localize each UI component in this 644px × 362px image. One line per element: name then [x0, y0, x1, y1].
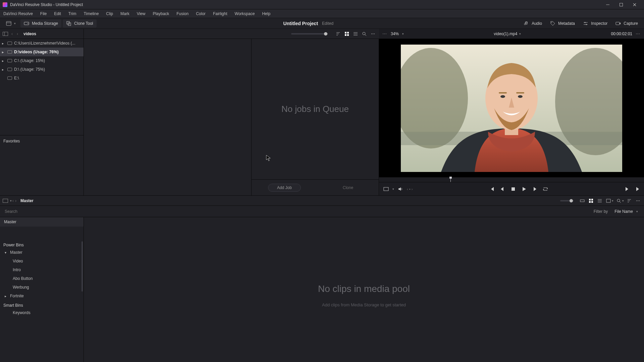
- panel-toggle-icon[interactable]: [3, 199, 8, 203]
- power-bins-header[interactable]: Power Bins: [0, 240, 84, 248]
- minimize-button[interactable]: [601, 1, 614, 8]
- search-input[interactable]: [3, 207, 590, 216]
- mark-out-icon[interactable]: [634, 186, 640, 192]
- svg-rect-39: [512, 187, 515, 191]
- clone-tool-toggle[interactable]: Clone Tool: [63, 19, 96, 27]
- playhead-icon[interactable]: [450, 177, 451, 182]
- menu-fusion[interactable]: Fusion: [173, 10, 192, 17]
- svg-point-34: [500, 95, 505, 98]
- viewer-options-icon[interactable]: ⋯: [382, 31, 387, 36]
- menu-view[interactable]: View: [133, 10, 149, 17]
- list-view-icon[interactable]: [352, 31, 359, 37]
- thumb-size-slider[interactable]: [291, 33, 328, 35]
- last-frame-icon[interactable]: [625, 186, 631, 192]
- storage-item-label: D:\ (Usage: 75%): [14, 67, 45, 72]
- prev-frame-icon[interactable]: [499, 186, 505, 192]
- clone-button[interactable]: Clone: [334, 184, 362, 192]
- bin-item[interactable]: Intro: [0, 265, 84, 274]
- scrollbar[interactable]: [82, 241, 83, 292]
- smart-bins-header[interactable]: Smart Bins: [0, 300, 84, 308]
- grid-view-icon[interactable]: [588, 197, 594, 204]
- storage-item[interactable]: ▸C:\ (Usage: 15%): [0, 56, 84, 65]
- play-icon[interactable]: [521, 186, 527, 192]
- storage-item[interactable]: ▸C:\Users\Lizenznehmer\Videos (...: [0, 39, 84, 48]
- more-icon[interactable]: [635, 197, 641, 204]
- svg-point-49: [617, 199, 620, 202]
- storage-item[interactable]: ▸D:\ (Usage: 75%): [0, 65, 84, 74]
- audio-toggle[interactable]: Audio: [520, 19, 545, 27]
- chevron-down-icon[interactable]: ▾: [612, 199, 613, 202]
- chevron-down-icon[interactable]: ▾: [622, 199, 624, 202]
- search-icon[interactable]: [615, 197, 622, 204]
- add-job-button[interactable]: Add Job: [268, 184, 301, 192]
- chevron-down-icon[interactable]: ▾: [519, 32, 521, 36]
- menu-davinci[interactable]: DaVinci Resolve: [2, 10, 36, 17]
- menu-playback[interactable]: Playback: [149, 10, 172, 17]
- bin-item[interactable]: ▾Master: [0, 248, 84, 257]
- grid-view-icon[interactable]: [343, 31, 350, 37]
- stop-icon[interactable]: [510, 186, 516, 192]
- nav-fwd[interactable]: ›: [14, 198, 17, 203]
- frame-icon[interactable]: [605, 197, 612, 204]
- svg-rect-18: [345, 34, 346, 36]
- list-view-icon[interactable]: [596, 197, 603, 204]
- bin-item-label: Abo Button: [13, 276, 33, 281]
- bin-master[interactable]: Master: [0, 217, 84, 227]
- strip-view-icon[interactable]: [579, 197, 586, 204]
- svg-line-50: [620, 201, 621, 203]
- viewer-more-icon[interactable]: ⋯: [636, 31, 641, 36]
- storage-item[interactable]: ▸E:\: [0, 74, 84, 82]
- thumb-size-slider[interactable]: [560, 200, 574, 201]
- storage-item[interactable]: ▸D:\videos (Usage: 76%): [0, 48, 84, 56]
- menu-file[interactable]: File: [37, 10, 50, 17]
- zoom-value[interactable]: 34%: [391, 32, 399, 36]
- inspector-toggle[interactable]: Inspector: [580, 19, 611, 27]
- nav-back[interactable]: ‹: [12, 198, 14, 203]
- svg-rect-1: [620, 3, 623, 6]
- layout-dropdown[interactable]: ▾: [3, 19, 19, 27]
- nav-fwd[interactable]: ›: [16, 32, 19, 36]
- bin-item[interactable]: ▸Fortnite: [0, 292, 84, 300]
- menu-edit[interactable]: Edit: [51, 10, 64, 17]
- bin-item[interactable]: Abo Button: [0, 274, 84, 283]
- nav-back[interactable]: ‹: [11, 32, 13, 36]
- bin-item[interactable]: Werbung: [0, 283, 84, 292]
- first-frame-icon[interactable]: [489, 186, 495, 192]
- search-icon[interactable]: [361, 31, 368, 37]
- maximize-button[interactable]: [614, 1, 628, 8]
- metadata-label: Metadata: [558, 21, 575, 26]
- timecode[interactable]: 00:00:02:01: [611, 32, 632, 36]
- sort-icon[interactable]: [335, 31, 341, 37]
- bin-item-label: Intro: [13, 267, 21, 272]
- metadata-toggle[interactable]: Metadata: [547, 19, 578, 27]
- chevron-down-icon[interactable]: ▾: [392, 187, 394, 191]
- bin-item[interactable]: Keywords: [0, 308, 84, 317]
- menu-mark[interactable]: Mark: [117, 10, 133, 17]
- close-button[interactable]: [628, 1, 641, 8]
- volume-icon[interactable]: [397, 186, 404, 192]
- menu-fairlight[interactable]: Fairlight: [210, 10, 231, 17]
- sort-settings-icon[interactable]: [626, 197, 633, 204]
- media-pool-canvas[interactable]: No clips in media pool Add clips from Me…: [84, 217, 644, 362]
- caret-icon: ▸: [5, 294, 8, 298]
- panel-toggle-icon[interactable]: [3, 32, 8, 36]
- more-icon[interactable]: [370, 31, 376, 37]
- media-storage-label: Media Storage: [32, 21, 58, 26]
- capture-toggle[interactable]: Capture: [612, 19, 641, 27]
- menu-timeline[interactable]: Timeline: [80, 10, 102, 17]
- menu-trim[interactable]: Trim: [65, 10, 80, 17]
- viewer-timeline[interactable]: [379, 177, 644, 182]
- match-frame-icon[interactable]: [383, 186, 389, 192]
- next-frame-icon[interactable]: [532, 186, 538, 192]
- menu-help[interactable]: Help: [259, 10, 274, 17]
- menu-color[interactable]: Color: [193, 10, 209, 17]
- filter-select[interactable]: File Name▾: [612, 208, 641, 215]
- media-storage-toggle[interactable]: Media Storage: [20, 19, 61, 27]
- menu-clip[interactable]: Clip: [103, 10, 116, 17]
- menu-workspace[interactable]: Workspace: [231, 10, 258, 17]
- browser-empty-area[interactable]: [84, 39, 252, 195]
- bin-item[interactable]: Video: [0, 257, 84, 265]
- loop-icon[interactable]: [542, 186, 548, 192]
- jog-indicator[interactable]: ‹ • ›: [407, 187, 413, 191]
- viewer-canvas[interactable]: [379, 39, 644, 177]
